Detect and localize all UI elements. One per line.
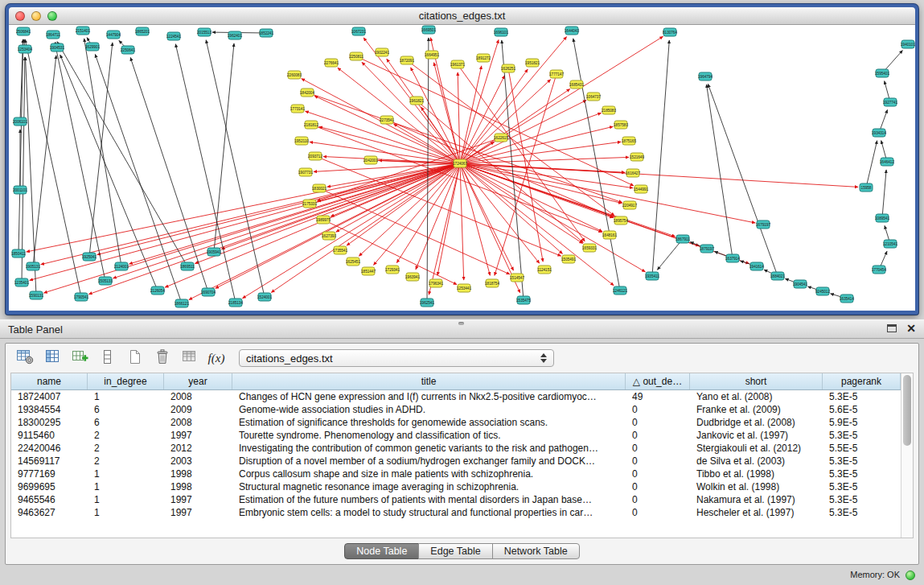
network-graph[interactable]: 1724067226008318420041773141218181219521… bbox=[9, 25, 915, 311]
graph-node[interactable]: 1851447 bbox=[361, 267, 376, 275]
graph-node[interactable]: 2093712 bbox=[308, 152, 322, 160]
graph-node[interactable]: 1830021 bbox=[312, 184, 326, 192]
graph-node[interactable]: 1625451 bbox=[346, 257, 360, 266]
graph-node[interactable]: 1646412 bbox=[880, 158, 894, 166]
graph-node[interactable]: 2175331 bbox=[302, 200, 317, 208]
graph-node[interactable]: 1895754 bbox=[614, 216, 628, 225]
graph-node[interactable]: 1679197 bbox=[756, 220, 770, 229]
graph-node[interactable]: 1124151 bbox=[537, 266, 552, 274]
graph-node[interactable]: 1696101 bbox=[494, 28, 508, 36]
column-header-year[interactable]: year bbox=[164, 373, 232, 389]
graph-node[interactable]: 1590131 bbox=[29, 291, 43, 299]
graph-node[interactable]: 1940101 bbox=[901, 40, 915, 48]
graph-node[interactable]: 1989975 bbox=[316, 216, 331, 224]
graph-node[interactable]: 2250811 bbox=[349, 52, 363, 60]
new-table-button[interactable] bbox=[123, 348, 146, 369]
graph-node[interactable]: 1669501 bbox=[421, 26, 436, 34]
graph-node[interactable]: 2185134 bbox=[228, 299, 243, 307]
tab-node-table[interactable]: Node Table bbox=[344, 543, 419, 559]
graph-node[interactable]: 1951821 bbox=[525, 59, 540, 67]
row-height-button[interactable] bbox=[96, 348, 118, 369]
graph-node[interactable]: 1505133 bbox=[98, 277, 113, 285]
graph-node[interactable]: 2250641 bbox=[121, 46, 135, 54]
close-panel-icon[interactable]: ✕ bbox=[906, 323, 916, 333]
column-header-short[interactable]: short bbox=[690, 373, 823, 389]
network-canvas[interactable]: 1724067226008318420041773141218181219521… bbox=[9, 25, 915, 311]
graph-node[interactable]: 1644043 bbox=[565, 27, 579, 35]
graph-node[interactable]: 2015513 bbox=[197, 28, 211, 36]
graph-node[interactable]: 1544991 bbox=[634, 185, 648, 193]
graph-node[interactable]: 1962541 bbox=[420, 299, 434, 307]
graph-node[interactable]: 1934314 bbox=[872, 129, 886, 137]
graph-node[interactable]: 1857583 bbox=[614, 121, 628, 129]
graph-node[interactable]: 2001101 bbox=[13, 186, 27, 194]
table-row[interactable]: 911546021997Tourette syndrome. Phenomeno… bbox=[11, 429, 901, 442]
graph-node[interactable]: 8130764 bbox=[663, 28, 677, 36]
import-table-button[interactable] bbox=[178, 348, 200, 369]
float-panel-icon[interactable] bbox=[887, 324, 897, 332]
graph-node[interactable]: 1872091 bbox=[400, 56, 414, 64]
graph-node[interactable]: 1963941 bbox=[405, 273, 420, 281]
graph-node[interactable]: 1925041 bbox=[82, 253, 97, 261]
graph-node[interactable]: 1729341 bbox=[385, 266, 400, 274]
graph-node[interactable]: 1514547 bbox=[510, 274, 524, 282]
graph-node[interactable]: 1616427 bbox=[626, 169, 640, 177]
graph-node[interactable]: 1246121 bbox=[613, 286, 627, 295]
graph-node[interactable]: 1735541 bbox=[333, 246, 347, 254]
graph-node[interactable]: 1770454 bbox=[872, 266, 886, 274]
graph-node[interactable]: 1524001 bbox=[257, 293, 272, 301]
graph-node[interactable]: 1637914 bbox=[725, 254, 740, 262]
graph-node[interactable]: 1724067 bbox=[453, 159, 467, 167]
tab-edge-table[interactable]: Edge Table bbox=[418, 543, 492, 559]
table-row[interactable]: 969969511998Structural magnetic resonanc… bbox=[11, 480, 901, 493]
graph-node[interactable]: 1864711 bbox=[46, 31, 60, 39]
graph-node[interactable]: 1867911 bbox=[676, 235, 690, 243]
graph-node[interactable]: 1891272 bbox=[476, 54, 491, 62]
network-window-titlebar[interactable]: citations_edges.txt bbox=[9, 7, 915, 25]
column-header-pagerank[interactable]: pagerank bbox=[823, 373, 901, 389]
graph-node[interactable]: 1690704 bbox=[201, 288, 216, 296]
column-header-title[interactable]: title bbox=[232, 373, 626, 389]
graph-node[interactable]: 1664951 bbox=[425, 51, 439, 59]
table-row[interactable]: 1830029562008Estimation of significance … bbox=[11, 416, 901, 429]
graph-node[interactable]: 1904531 bbox=[50, 43, 64, 51]
graph-node[interactable]: 1865201 bbox=[135, 27, 150, 35]
graph-node[interactable]: 2506841 bbox=[16, 27, 31, 35]
graph-node[interactable]: 1961821 bbox=[409, 97, 424, 105]
graph-node[interactable]: 15958 bbox=[860, 183, 873, 192]
graph-node[interactable]: 1852241 bbox=[259, 29, 273, 37]
table-scrollbar[interactable] bbox=[901, 373, 913, 538]
graph-node[interactable]: 1067231 bbox=[351, 27, 366, 35]
table-row[interactable]: 1872400712008Changes of HCN gene express… bbox=[11, 390, 901, 403]
graph-node[interactable]: 1253441 bbox=[457, 284, 471, 292]
graph-node[interactable]: 1224541 bbox=[166, 32, 181, 40]
graph-node[interactable]: 1622615 bbox=[494, 134, 508, 142]
graph-node[interactable]: 1505491 bbox=[561, 255, 576, 263]
graph-node[interactable]: 1884021 bbox=[770, 272, 785, 280]
table-source-combo[interactable]: citations_edges.txt bbox=[239, 349, 554, 367]
graph-node[interactable]: 1627393 bbox=[322, 232, 336, 240]
graph-node[interactable]: 2185083 bbox=[602, 106, 616, 114]
graph-node[interactable]: 1905131 bbox=[26, 262, 40, 270]
scrollbar-thumb[interactable] bbox=[903, 375, 911, 446]
graph-node[interactable]: 1089541 bbox=[875, 214, 889, 222]
graph-node[interactable]: 2260083 bbox=[287, 71, 302, 79]
table-row[interactable]: 977716911998Corpus callosum shape and si… bbox=[11, 468, 901, 480]
graph-node[interactable]: 1902241 bbox=[375, 48, 389, 56]
graph-node[interactable]: 1626251 bbox=[501, 64, 515, 72]
close-window-button[interactable] bbox=[15, 11, 25, 21]
graph-node[interactable]: 1904541 bbox=[793, 280, 807, 288]
graph-node[interactable]: 1595401 bbox=[875, 69, 889, 77]
graph-node[interactable]: 1521649 bbox=[630, 153, 644, 161]
zoom-window-button[interactable] bbox=[47, 11, 57, 21]
graph-node[interactable]: 1648161 bbox=[602, 231, 617, 239]
graph-node[interactable]: 1796341 bbox=[429, 279, 443, 287]
table-row[interactable]: 1456911722003Disruption of a novel membe… bbox=[11, 455, 901, 468]
graph-node[interactable]: 1064737 bbox=[586, 93, 601, 101]
graph-node[interactable]: 1659331 bbox=[582, 244, 597, 252]
graph-node[interactable]: 2124001 bbox=[114, 262, 129, 270]
graph-node[interactable]: 2042001 bbox=[363, 156, 378, 164]
graph-node[interactable]: 1907731 bbox=[298, 168, 313, 176]
graph-node[interactable]: 1879197 bbox=[700, 245, 714, 253]
graph-node[interactable]: 1952110 bbox=[294, 137, 309, 145]
